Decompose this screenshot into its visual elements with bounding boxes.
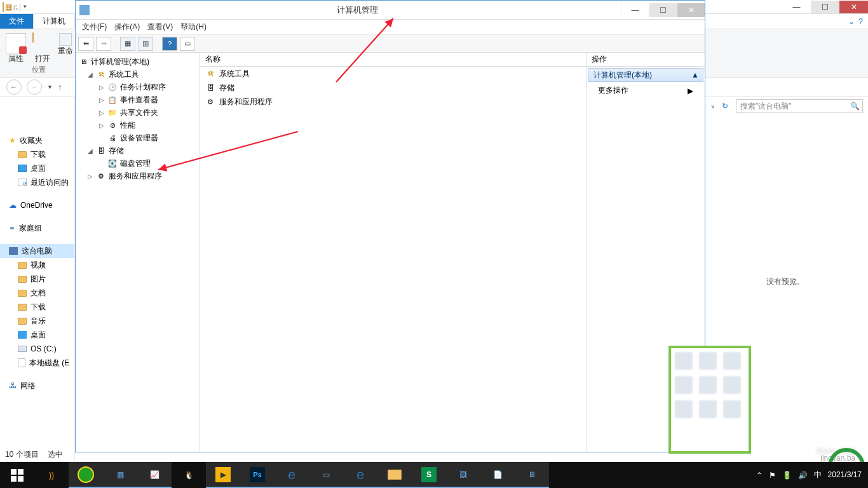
expand-icon[interactable]: ▷ (98, 84, 105, 91)
mgmt-maximize-button[interactable]: ☐ (649, 3, 677, 17)
tree-device-manager[interactable]: 🖨设备管理器 (76, 132, 200, 144)
mgmt-minimize-button[interactable]: — (621, 3, 649, 17)
tb-forward-button[interactable]: ➡ (96, 37, 111, 51)
sidebar-network[interactable]: 🖧网络 (0, 379, 74, 393)
sidebar-localdisk[interactable]: 本地磁盘 (E (0, 356, 74, 370)
forward-button[interactable]: → (27, 79, 42, 95)
mgmt-menubar[interactable]: 文件(F) 操作(A) 查看(V) 帮助(H) (76, 20, 705, 35)
taskbar-app-window[interactable]: ▭ (309, 462, 343, 488)
expand-icon[interactable]: ▷ (98, 122, 105, 129)
tb-properties-button[interactable]: ▦ (120, 37, 135, 51)
taskbar-app-qq[interactable]: 🐧 (172, 462, 206, 488)
minimize-button[interactable]: — (782, 1, 811, 13)
tree-task-scheduler[interactable]: ▷🕒任务计划程序 (76, 81, 200, 93)
sidebar-favorites[interactable]: ★收藏夹 (0, 133, 74, 147)
collapse-icon[interactable]: ◢ (87, 147, 93, 154)
menu-action[interactable]: 操作(A) (114, 22, 140, 32)
expand-icon[interactable]: ▷ (87, 173, 93, 180)
sidebar-onedrive[interactable]: ☁OneDrive (0, 198, 74, 212)
tb-refresh-button[interactable]: ▥ (138, 37, 153, 51)
close-button[interactable]: ✕ (839, 1, 868, 13)
tb-export-button[interactable]: ▭ (180, 37, 195, 51)
history-dropdown-icon[interactable]: ▼ (47, 84, 53, 90)
taskbar-app-calculator[interactable]: ▦ (103, 462, 137, 488)
start-button[interactable] (0, 462, 34, 488)
sidebar-homegroup[interactable]: ⚭家庭组 (0, 221, 74, 235)
menu-help[interactable]: 帮助(H) (180, 22, 207, 32)
taskbar-app-sound[interactable]: )) (34, 462, 69, 488)
actions-more[interactable]: 更多操作▶ (587, 83, 705, 98)
mgmt-tree[interactable]: 🖥计算机管理(本地) ◢🛠系统工具 ▷🕒任务计划程序 ▷📋事件查看器 ▷📁共享文… (76, 53, 200, 452)
collapse-arrow-icon[interactable]: ▲ (691, 71, 699, 79)
sidebar-desktop[interactable]: 桌面 (0, 161, 74, 175)
taskbar-app-monitor[interactable]: 📈 (137, 462, 172, 488)
tab-computer[interactable]: 计算机 (34, 14, 75, 29)
tray-ime-icon[interactable]: 中 (814, 470, 822, 480)
network-icon: 🖧 (9, 381, 17, 390)
collapse-icon[interactable]: ◢ (87, 71, 93, 78)
actions-section[interactable]: 计算机管理(本地)▲ (588, 68, 703, 82)
column-header-name[interactable]: 名称 (200, 53, 586, 67)
sidebar-music[interactable]: 音乐 (0, 314, 74, 328)
back-button[interactable]: ← (6, 79, 22, 95)
tree-event-viewer[interactable]: ▷📋事件查看器 (76, 93, 200, 106)
tray-clock[interactable]: 2021/3/17 (828, 471, 862, 479)
sidebar-osc[interactable]: OS (C:) (0, 342, 74, 356)
properties-button[interactable]: 属性 (4, 30, 28, 64)
expand-icon[interactable]: ▷ (98, 97, 105, 104)
properties-icon[interactable]: ▦ (5, 3, 12, 11)
taskbar-app-mgmt[interactable]: 🖥 (515, 462, 549, 488)
tray-battery-icon[interactable]: 🔋 (782, 471, 792, 480)
taskbar-app-notepad[interactable]: 📄 (480, 462, 515, 488)
rename-button[interactable]: 重命 (57, 30, 74, 64)
tray-volume-icon[interactable]: 🔊 (798, 471, 808, 480)
qat-dropdown-icon[interactable]: ▼ (22, 4, 27, 10)
sidebar-thispc[interactable]: 这台电脑 (0, 244, 74, 258)
menu-view[interactable]: 查看(V) (147, 22, 173, 32)
open-button[interactable]: 打开 (31, 30, 55, 64)
sidebar-desktop2[interactable]: 桌面 (0, 328, 74, 342)
sidebar-downloads[interactable]: 下载 (0, 147, 74, 161)
perf-icon: ⊘ (107, 120, 118, 130)
sidebar-pictures[interactable]: 图片 (0, 272, 74, 286)
tree-storage[interactable]: ◢🗄存储 (76, 144, 200, 157)
taskbar-app-browser[interactable] (69, 462, 103, 488)
sidebar-recent[interactable]: ⟳最近访问的 (0, 175, 74, 189)
tree-shared-folders[interactable]: ▷📁共享文件夹 (76, 106, 200, 119)
taskbar[interactable]: )) ▦ 📈 🐧 ▶ Ps ｅ ▭ ｅ S 🖼 📄 🖥 ⌃ ⚑ 🔋 🔊 中 20… (0, 462, 868, 488)
system-tray[interactable]: ⌃ ⚑ 🔋 🔊 中 2021/3/17 (756, 470, 868, 480)
mgmt-titlebar[interactable]: 计算机管理 — ☐ ✕ (76, 1, 705, 20)
mgmt-close-button[interactable]: ✕ (677, 3, 705, 17)
sidebar-documents[interactable]: 文档 (0, 286, 74, 300)
taskbar-app-ie1[interactable]: ｅ (275, 462, 309, 488)
taskbar-app-player[interactable]: ▶ (206, 462, 240, 488)
tree-performance[interactable]: ▷⊘性能 (76, 119, 200, 132)
tree-disk-management[interactable]: 💽磁盘管理 (76, 157, 200, 170)
list-item-storage[interactable]: 🗄存储 (200, 81, 586, 95)
ribbon-collapse[interactable]: ⌄? (848, 14, 863, 29)
tb-back-button[interactable]: ⬅ (78, 37, 93, 51)
help-icon[interactable]: ? (858, 17, 863, 26)
tray-up-icon[interactable]: ⌃ (756, 471, 763, 480)
tab-file[interactable]: 文件 (0, 14, 34, 29)
list-item-systools[interactable]: 🛠系统工具 (200, 67, 586, 81)
taskbar-app-photos[interactable]: 🖼 (446, 462, 480, 488)
taskbar-app-wps[interactable]: S (412, 462, 446, 488)
tree-services-apps[interactable]: ▷⚙服务和应用程序 (76, 170, 200, 182)
taskbar-app-photoshop[interactable]: Ps (240, 462, 275, 488)
sidebar-videos[interactable]: 视频 (0, 258, 74, 272)
taskbar-app-ie2[interactable]: ｅ (343, 462, 377, 488)
sidebar-downloads2[interactable]: 下载 (0, 300, 74, 314)
tree-root[interactable]: 🖥计算机管理(本地) (76, 55, 200, 68)
menu-file[interactable]: 文件(F) (82, 22, 107, 32)
tree-systools[interactable]: ◢🛠系统工具 (76, 68, 200, 81)
tb-help-button[interactable]: ? (162, 37, 177, 51)
taskbar-app-explorer[interactable] (377, 462, 412, 488)
expand-icon[interactable]: ▷ (98, 109, 105, 116)
maximize-button[interactable]: ☐ (811, 1, 839, 13)
up-button[interactable]: ↑ (58, 82, 62, 92)
undo-icon[interactable]: ⎌ (13, 3, 18, 11)
list-item-services[interactable]: ⚙服务和应用程序 (200, 95, 586, 109)
tray-flag-icon[interactable]: ⚑ (769, 471, 776, 480)
explorer-sidebar[interactable]: ★收藏夹 下载 桌面 ⟳最近访问的 ☁OneDrive ⚭家庭组 这台电脑 视频… (0, 97, 75, 462)
